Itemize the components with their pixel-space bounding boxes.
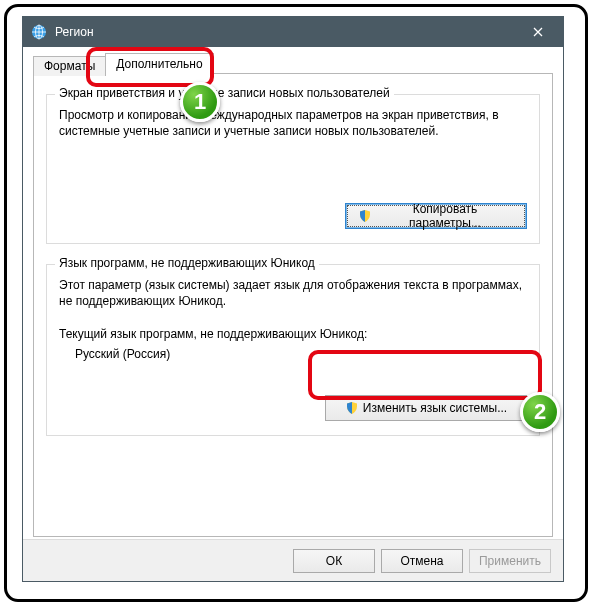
- ok-button[interactable]: ОК: [293, 549, 375, 573]
- shield-icon: [345, 401, 359, 415]
- tab-strip: Форматы Дополнительно: [33, 53, 213, 75]
- current-language-label: Текущий язык программ, не поддерживающих…: [59, 327, 527, 341]
- group-non-unicode: Язык программ, не поддерживающих Юникод …: [46, 264, 540, 436]
- dialog-footer: ОК Отмена Применить: [23, 539, 563, 581]
- copy-settings-button[interactable]: Копировать параметры...: [345, 203, 527, 229]
- copy-settings-label: Копировать параметры...: [376, 202, 514, 230]
- current-language-value: Русский (Россия): [75, 347, 170, 361]
- close-button[interactable]: [517, 18, 559, 46]
- group-welcome-desc: Просмотр и копирование международных пар…: [59, 107, 527, 139]
- tab-advanced[interactable]: Дополнительно: [105, 53, 213, 75]
- change-system-locale-label: Изменить язык системы...: [363, 401, 507, 415]
- apply-button: Применить: [469, 549, 551, 573]
- shield-icon: [358, 209, 372, 223]
- annotation-badge-2: 2: [520, 392, 560, 432]
- annotation-badge-1: 1: [180, 82, 220, 122]
- group-non-unicode-legend: Язык программ, не поддерживающих Юникод: [55, 256, 319, 270]
- close-icon: [533, 27, 543, 37]
- tab-panel-advanced: Экран приветствия и учетные записи новых…: [33, 73, 553, 537]
- change-system-locale-button[interactable]: Изменить язык системы...: [325, 395, 527, 421]
- titlebar: Регион: [23, 17, 563, 47]
- window-title: Регион: [55, 25, 517, 39]
- cancel-button[interactable]: Отмена: [381, 549, 463, 573]
- region-dialog: Регион Форматы Дополнительно Экран приве…: [22, 16, 564, 582]
- group-non-unicode-desc: Этот параметр (язык системы) задает язык…: [59, 277, 527, 309]
- group-welcome-legend: Экран приветствия и учетные записи новых…: [55, 86, 394, 100]
- client-area: Форматы Дополнительно Экран приветствия …: [23, 47, 563, 581]
- tab-formats[interactable]: Форматы: [33, 56, 106, 76]
- globe-icon: [31, 24, 47, 40]
- group-welcome-screen: Экран приветствия и учетные записи новых…: [46, 94, 540, 244]
